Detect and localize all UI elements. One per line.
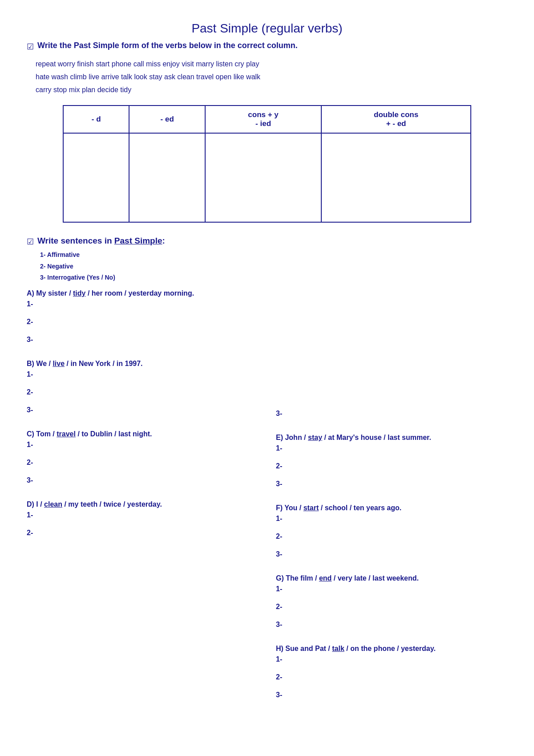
question-B-line2: 2- [27, 388, 258, 396]
question-G-line1: 1- [276, 585, 507, 593]
word-list-line1: repeat worry finish start phone call mis… [36, 58, 507, 71]
question-G-line2: 2- [276, 603, 507, 611]
question-A-text: A) My sister / tidy / her room / yesterd… [27, 289, 258, 297]
verb-table: - d - ed cons + y- ied double cons+ - ed [63, 105, 471, 223]
cell-double[interactable] [321, 133, 471, 222]
question-E-line3: 3- [276, 480, 507, 488]
question-D-line3-right: 3- [276, 410, 507, 418]
question-D-line1: 1- [27, 511, 258, 519]
cell-d[interactable] [63, 133, 129, 222]
question-H: H) Sue and Pat / talk / on the phone / y… [276, 645, 507, 709]
sub-item-2: 2- Negative [40, 261, 258, 272]
page-title: Past Simple (regular verbs) [27, 18, 507, 37]
question-B-text: B) We / live / in New York / in 1997. [27, 360, 258, 368]
sub-list: 1- Affirmative 2- Negative 3- Interrogat… [27, 249, 258, 283]
question-G-text: G) The film / end / very late / last wee… [276, 574, 507, 582]
col-header-ied: cons + y- ied [205, 106, 321, 133]
question-G-line3: 3- [276, 621, 507, 629]
checkbox-icon-2: ☑ [27, 237, 34, 247]
instruction-1-block: ☑ Write the Past Simple form of the verb… [27, 41, 507, 52]
instruction-1-text: Write the Past Simple form of the verbs … [37, 41, 298, 50]
question-D-right: 3- [276, 236, 507, 427]
question-F-text: F) You / start / school / ten years ago. [276, 504, 507, 512]
question-B-line1: 1- [27, 370, 258, 378]
question-H-line2: 2- [276, 673, 507, 681]
instruction-2-text: Write sentences in Past Simple: [37, 236, 165, 246]
question-E-text: E) John / stay / at Mary's house / last … [276, 434, 507, 442]
sub-item-1: 1- Affirmative [40, 249, 258, 260]
question-A: A) My sister / tidy / her room / yesterd… [27, 289, 258, 354]
question-F: F) You / start / school / ten years ago.… [276, 504, 507, 568]
question-C-line2: 2- [27, 459, 258, 467]
question-A-line3: 3- [27, 336, 258, 344]
question-C-line3: 3- [27, 476, 258, 484]
question-C-text: C) Tom / travel / to Dublin / last night… [27, 430, 258, 438]
word-list-line3: carry stop mix plan decide tidy [36, 84, 507, 97]
right-column: 3- E) John / stay / at Mary's house / la… [276, 236, 507, 715]
question-F-line1: 1- [276, 515, 507, 523]
question-H-text: H) Sue and Pat / talk / on the phone / y… [276, 645, 507, 653]
col-header-double: double cons+ - ed [321, 106, 471, 133]
cell-ied[interactable] [205, 133, 321, 222]
sentences-section: ☑ Write sentences in Past Simple: 1- Aff… [27, 236, 507, 715]
left-column: ☑ Write sentences in Past Simple: 1- Aff… [27, 236, 258, 715]
question-C: C) Tom / travel / to Dublin / last night… [27, 430, 258, 494]
cell-ed[interactable] [129, 133, 205, 222]
question-A-line2: 2- [27, 318, 258, 326]
question-D-line2: 2- [27, 529, 258, 537]
instruction-2-block: ☑ Write sentences in Past Simple: [27, 236, 258, 247]
word-list: repeat worry finish start phone call mis… [27, 58, 507, 96]
question-C-line1: 1- [27, 441, 258, 449]
question-D-text: D) I / clean / my teeth / twice / yester… [27, 500, 258, 508]
question-E-line1: 1- [276, 444, 507, 452]
question-F-line3: 3- [276, 550, 507, 558]
question-E-line2: 2- [276, 462, 507, 470]
word-list-line2: hate wash climb live arrive talk look st… [36, 71, 507, 84]
col-header-d: - d [63, 106, 129, 133]
question-G: G) The film / end / very late / last wee… [276, 574, 507, 638]
question-H-line3: 3- [276, 691, 507, 699]
sub-item-3: 3- Interrogative (Yes / No) [40, 272, 258, 283]
question-E: E) John / stay / at Mary's house / last … [276, 434, 507, 498]
question-B-line3: 3- [27, 406, 258, 414]
question-D: D) I / clean / my teeth / twice / yester… [27, 500, 258, 547]
question-B: B) We / live / in New York / in 1997. 1-… [27, 360, 258, 424]
question-A-line1: 1- [27, 300, 258, 308]
checkbox-icon-1: ☑ [27, 42, 34, 52]
question-H-line1: 1- [276, 655, 507, 663]
verb-table-container: - d - ed cons + y- ied double cons+ - ed [27, 105, 507, 223]
col-header-ed: - ed [129, 106, 205, 133]
question-F-line2: 2- [276, 532, 507, 541]
